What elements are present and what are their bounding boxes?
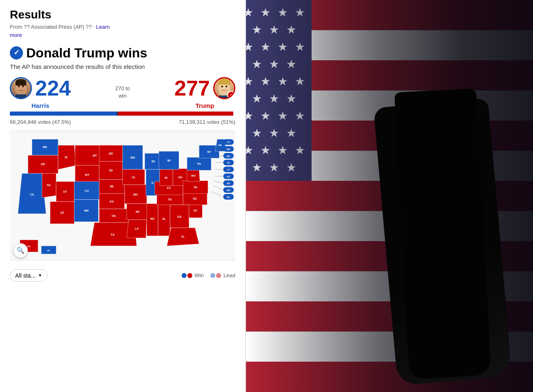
svg-text:CO: CO <box>84 189 89 192</box>
svg-text:GA: GA <box>177 215 181 218</box>
more-link[interactable]: more <box>10 32 22 38</box>
trump-win-dot <box>187 273 192 278</box>
harris-vote-count: 224 <box>35 76 71 100</box>
svg-point-93 <box>18 85 20 87</box>
chevron-down-icon: ▼ <box>38 273 42 278</box>
lead-dots <box>210 273 221 278</box>
svg-text:ME: ME <box>218 144 222 146</box>
results-header: Results From ?? Associated Press (AP) ??… <box>10 8 235 39</box>
lead-label: Lead <box>223 272 235 278</box>
svg-rect-92 <box>16 82 26 86</box>
svg-text:OH: OH <box>178 176 182 179</box>
center-270-info: 270 to win <box>112 85 133 100</box>
vote-section: 224 Harris 270 to win 277 <box>10 76 235 109</box>
svg-text:RI: RI <box>227 162 230 164</box>
svg-text:PA: PA <box>197 162 201 165</box>
svg-point-101 <box>226 86 227 87</box>
zoom-button[interactable]: 🔍 <box>13 243 28 258</box>
svg-text:MT: MT <box>93 154 97 157</box>
svg-text:IN: IN <box>165 176 168 179</box>
svg-rect-95 <box>16 94 26 98</box>
svg-text:TX: TX <box>110 233 115 237</box>
zoom-icon: 🔍 <box>16 246 25 254</box>
map-legend: Win Lead <box>182 272 235 278</box>
svg-text:MN: MN <box>130 156 135 159</box>
vote-progress-bar <box>10 112 235 116</box>
winner-checkmark-icon: ✓ <box>10 46 23 59</box>
svg-text:HI: HI <box>47 249 50 251</box>
svg-text:NM: NM <box>84 209 89 212</box>
winner-title: ✓ Donald Trump wins <box>10 45 235 61</box>
svg-text:NV: NV <box>47 184 51 187</box>
state-filter-dropdown[interactable]: All sta... ▼ <box>10 269 48 282</box>
svg-text:MO: MO <box>133 193 138 196</box>
svg-text:KS: KS <box>110 200 114 203</box>
svg-point-100 <box>221 86 223 87</box>
svg-text:MA: MA <box>227 155 231 157</box>
svg-text:MD: MD <box>227 189 230 191</box>
svg-text:MS: MS <box>150 217 155 220</box>
svg-text:AL: AL <box>162 217 166 220</box>
svg-text:AZ: AZ <box>60 211 64 214</box>
svg-text:WV: WV <box>191 174 196 177</box>
harris-vote-detail: 66,204,946 votes (47.5%) <box>10 119 71 125</box>
trump-vote-detail: 71,139,311 votes (51%) <box>179 119 235 125</box>
trump-winner-badge-icon: ✓ <box>227 91 235 99</box>
svg-text:WI: WI <box>151 160 155 163</box>
svg-text:IL: IL <box>152 181 154 184</box>
win-dots <box>182 273 192 278</box>
svg-text:OR: OR <box>41 163 45 166</box>
svg-text:ID: ID <box>65 156 68 159</box>
svg-text:VT: VT <box>227 141 230 144</box>
harris-name: Harris <box>32 102 49 109</box>
trump-progress <box>118 112 233 116</box>
svg-text:SD: SD <box>109 169 113 172</box>
trump-candidate: 277 <box>174 76 235 109</box>
svg-text:ND: ND <box>109 152 113 155</box>
legend-lead-item: Lead <box>210 272 235 278</box>
source-text: From ?? Associated Press (AP) ?? <box>10 24 91 30</box>
harris-candidate: 224 Harris <box>10 76 71 109</box>
svg-text:DE: DE <box>227 182 230 185</box>
svg-text:NE: NE <box>110 185 114 188</box>
svg-text:CA: CA <box>30 193 34 196</box>
learn-link[interactable]: Learn <box>96 24 109 30</box>
svg-text:WA: WA <box>43 146 47 148</box>
trump-avatar: ✓ <box>213 77 235 99</box>
svg-text:UT: UT <box>63 190 67 193</box>
svg-text:FL: FL <box>181 235 184 238</box>
svg-text:NC: NC <box>193 197 197 200</box>
harris-lead-dot <box>210 273 215 278</box>
filter-label: All sta... <box>15 272 36 279</box>
bottom-controls: All sta... ▼ Win Lead <box>10 266 235 285</box>
win-label: Win <box>195 272 204 278</box>
svg-text:OK: OK <box>112 214 116 217</box>
svg-text:NH: NH <box>227 148 230 150</box>
svg-text:LA: LA <box>135 227 139 230</box>
phone-screen: Results From ?? Associated Press (AP) ??… <box>0 0 246 392</box>
svg-text:TN: TN <box>168 198 171 201</box>
svg-text:CT: CT <box>227 169 230 171</box>
harris-progress <box>10 112 117 116</box>
svg-text:VA: VA <box>194 186 197 189</box>
winner-subtitle: The AP has announced the results of this… <box>10 63 235 70</box>
svg-text:SC: SC <box>194 209 198 212</box>
harris-win-dot <box>182 273 187 278</box>
winner-section: ✓ Donald Trump wins The AP has announced… <box>10 45 235 70</box>
svg-text:NJ: NJ <box>227 175 230 178</box>
svg-text:AK: AK <box>27 245 31 248</box>
svg-text:WY: WY <box>85 173 89 176</box>
harris-avatar <box>10 77 32 99</box>
svg-text:DC: DC <box>227 196 230 198</box>
svg-text:MI: MI <box>167 159 171 162</box>
us-electoral-map[interactable]: WA OR ID CA NV MT <box>10 130 235 261</box>
legend-win-item: Win <box>182 272 204 278</box>
trump-lead-dot <box>216 273 221 278</box>
svg-text:KY: KY <box>167 187 171 189</box>
vote-details: 66,204,946 votes (47.5%) 71,139,311 vote… <box>10 119 235 125</box>
trump-name: Trump <box>196 102 214 109</box>
svg-text:AR: AR <box>135 210 139 213</box>
results-title: Results <box>10 8 235 21</box>
svg-text:IA: IA <box>132 176 135 179</box>
svg-text:NY: NY <box>207 150 211 153</box>
